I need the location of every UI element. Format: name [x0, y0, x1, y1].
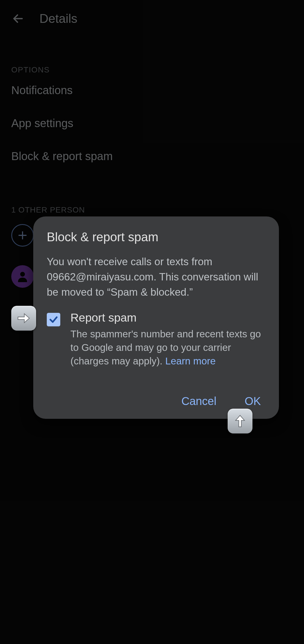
option-block-report-spam[interactable]: Block & report spam [11, 150, 293, 163]
dialog-body: You won't receive calls or texts from 09… [47, 254, 265, 300]
callout-arrow-right [11, 306, 36, 331]
arrow-left-icon [12, 12, 24, 25]
learn-more-link[interactable]: Learn more [165, 355, 216, 366]
check-icon [49, 315, 58, 324]
plus-icon [17, 230, 28, 241]
options-section-label: OPTIONS [11, 65, 293, 74]
back-button[interactable] [11, 12, 25, 25]
ok-button[interactable]: OK [245, 395, 261, 408]
dialog-actions: Cancel OK [47, 395, 265, 408]
report-spam-checkbox[interactable] [47, 313, 60, 326]
people-section-label: 1 OTHER PERSON [11, 205, 293, 214]
svg-point-3 [20, 272, 25, 277]
block-report-dialog: Block & report spam You won't receive ca… [33, 216, 279, 419]
dialog-title: Block & report spam [47, 230, 265, 244]
report-spam-subtitle: The spammer's number and recent texts go… [70, 327, 265, 368]
arrow-right-icon [16, 311, 31, 326]
report-spam-title: Report spam [70, 311, 265, 324]
arrow-up-icon [232, 413, 248, 429]
cancel-button[interactable]: Cancel [181, 395, 217, 408]
contact-avatar[interactable] [11, 265, 34, 288]
add-person-button[interactable] [11, 224, 34, 247]
app-bar: Details [11, 0, 293, 37]
options-list: Notifications App settings Block & repor… [11, 84, 293, 163]
page-title: Details [39, 12, 77, 26]
report-spam-row: Report spam The spammer's number and rec… [47, 311, 265, 368]
report-spam-text: Report spam The spammer's number and rec… [70, 311, 265, 368]
person-icon [16, 270, 29, 283]
callout-arrow-up [228, 409, 252, 433]
option-app-settings[interactable]: App settings [11, 117, 293, 130]
option-notifications[interactable]: Notifications [11, 84, 293, 97]
